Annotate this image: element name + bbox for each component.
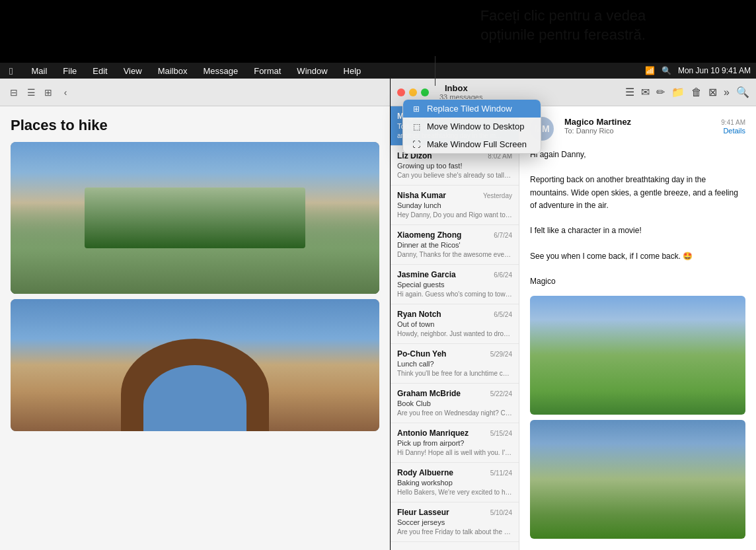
more-icon[interactable]: » [724,86,730,98]
left-pane-title: Places to hike [11,117,379,134]
apple-menu[interactable]:  [5,64,17,78]
msg-preview-5: Howdy, neighbor. Just wanted to drop a q… [397,329,512,338]
msg-date-4: 6/6/24 [494,271,512,279]
menu-view[interactable]: View [120,65,146,77]
close-button[interactable] [397,88,405,96]
menubar-search-icon[interactable]: 🔍 [662,66,671,75]
message-item-6[interactable]: Po-Chun Yeh 5/29/24 Lunch call? Think yo… [391,344,519,384]
msg-date-9: 5/11/24 [490,469,512,477]
mail-body: Magico Martinez Today's epic views anoth… [391,106,756,550]
email-from-name: Magico Martinez [564,117,631,127]
msg-sender-8: Antonio Manriquez [397,429,469,438]
replace-tiled-icon: ⊞ [411,104,422,114]
msg-preview-9: Hello Bakers, We're very excited to have… [397,488,512,497]
details-link[interactable]: Details [723,127,745,135]
msg-subject-9: Baking workshop [397,479,512,487]
msg-date-10: 5/10/24 [490,509,512,516]
msg-date-5: 6/5/24 [494,311,512,318]
msg-subject-6: Lunch call? [397,360,512,368]
left-toolbar: ⊟ ☰ ⊞ ‹ [0,79,390,106]
msg-sender-7: Graham McBride [397,389,461,398]
menubar-wifi-icon: 📶 [645,66,655,75]
inbox-title: Inbox [445,83,482,93]
msg-sender-6: Po-Chun Yeh [397,349,446,359]
left-pane: ⊟ ☰ ⊞ ‹ Places to hike [0,79,390,550]
search-mail-icon[interactable]: 🔍 [736,86,749,98]
msg-subject-3: Dinner at the Ricos' [397,241,512,249]
msg-subject-7: Book Club [397,399,512,407]
sidebar-toggle-icon[interactable]: ⊟ [8,86,20,98]
msg-sender-3: Xiaomeng Zhong [397,230,461,240]
photo-arch [11,299,379,431]
msg-preview-10: Are you free Friday to talk about the ne… [397,528,512,536]
msg-date-3: 6/7/24 [494,232,512,239]
msg-sender-10: Fleur Lasseur [397,508,449,517]
msg-preview-6: Think you'll be free for a lunchtime cha… [397,369,512,378]
menu-help[interactable]: Help [340,65,365,77]
menu-edit[interactable]: Edit [89,65,111,77]
archive-icon[interactable]: 📁 [671,86,685,98]
edit-icon[interactable]: ✏ [656,86,665,98]
menu-mailbox[interactable]: Mailbox [154,65,192,77]
left-content: Places to hike [0,106,390,442]
message-item-4[interactable]: Jasmine Garcia 6/6/24 Special guests Hi … [391,265,519,304]
email-header: MM Magico Martinez 9:41 AM To: Danny Ric… [530,117,745,141]
msg-preview-7: Are you free on Wednesday night? Can't w… [397,409,512,417]
message-item-2[interactable]: Nisha Kumar Yesterday Sunday lunch Hey D… [391,186,519,225]
msg-sender-4: Jasmine Garcia [397,270,456,279]
msg-subject-4: Special guests [397,281,512,289]
email-to: To: Danny Rico [564,127,614,135]
msg-sender-5: Ryan Notch [397,310,441,319]
filter-icon[interactable]: ☰ [625,86,634,98]
back-icon[interactable]: ‹ [59,86,71,98]
tooltip-line [435,56,435,86]
message-item-8[interactable]: Antonio Manriquez 5/15/24 Pick up from a… [391,423,519,463]
message-item-7[interactable]: Graham McBride 5/22/24 Book Club Are you… [391,384,519,423]
menu-message[interactable]: Message [199,65,242,77]
photo-landscape [11,142,379,294]
compose-icon[interactable]: ✉ [641,86,650,98]
message-item-10[interactable]: Fleur Lasseur 5/10/24 Soccer jerseys Are… [391,502,519,542]
minimize-button[interactable] [409,88,417,96]
context-menu-label-2: Make Window Full Screen [427,139,527,149]
msg-preview-4: Hi again. Guess who's coming to town wit… [397,290,512,298]
list-view-icon[interactable]: ☰ [25,86,37,98]
msg-subject-10: Soccer jerseys [397,518,512,526]
move-window-icon: ⬚ [411,122,422,131]
maximize-button[interactable] [421,88,429,96]
landscape-image [11,142,379,294]
traffic-lights [397,88,429,96]
context-menu-item-1[interactable]: ⬚ Move Window to Desktop [403,118,541,135]
context-menu-item-0[interactable]: ⊞ Replace Tiled Window [403,100,541,118]
msg-date-6: 5/29/24 [490,351,512,358]
menu-window[interactable]: Window [293,65,331,77]
arch-image [11,299,379,431]
mail-titlebar-icons: ☰ ✉ ✏ 📁 🗑 ⊠ » 🔍 [625,86,749,98]
trash-icon[interactable]: ⊠ [708,86,717,98]
sender-info: Magico Martinez 9:41 AM To: Danny Rico D… [564,117,745,137]
context-menu-label-0: Replace Tiled Window [427,104,512,114]
grid-view-icon[interactable]: ⊞ [42,86,54,98]
menu-mail[interactable]: Mail [27,65,51,77]
message-list[interactable]: Magico Martinez Today's epic views anoth… [391,106,519,550]
delete-icon[interactable]: 🗑 [691,86,702,98]
msg-subject-5: Out of town [397,320,512,328]
msg-date-8: 5/15/24 [490,430,512,437]
menu-file[interactable]: File [59,65,81,77]
photo-grid [11,142,379,431]
message-item-9[interactable]: Rody Albuerne 5/11/24 Baking workshop He… [391,463,519,502]
email-body-text: Hi again Danny, Reporting back on anothe… [530,149,745,288]
message-item-3[interactable]: Xiaomeng Zhong 6/7/24 Dinner at the Rico… [391,225,519,265]
context-menu-item-2[interactable]: ⛶ Make Window Full Screen [403,135,541,153]
msg-sender-2: Nisha Kumar [397,191,446,200]
msg-subject-8: Pick up from airport? [397,439,512,447]
context-menu: ⊞ Replace Tiled Window ⬚ Move Window to … [402,99,541,154]
msg-date-2: Yesterday [483,192,512,199]
fullscreen-icon: ⛶ [411,140,422,149]
msg-subject-2: Sunday lunch [397,201,512,209]
menubar-datetime: Mon Jun 10 9:41 AM [678,66,751,75]
msg-sender-9: Rody Albuerne [397,468,453,477]
tooltip-annotation: Faceți clic pentru a vedea opțiunile pen… [383,7,743,44]
message-item-5[interactable]: Ryan Notch 6/5/24 Out of town Howdy, nei… [391,304,519,344]
menu-format[interactable]: Format [250,65,285,77]
